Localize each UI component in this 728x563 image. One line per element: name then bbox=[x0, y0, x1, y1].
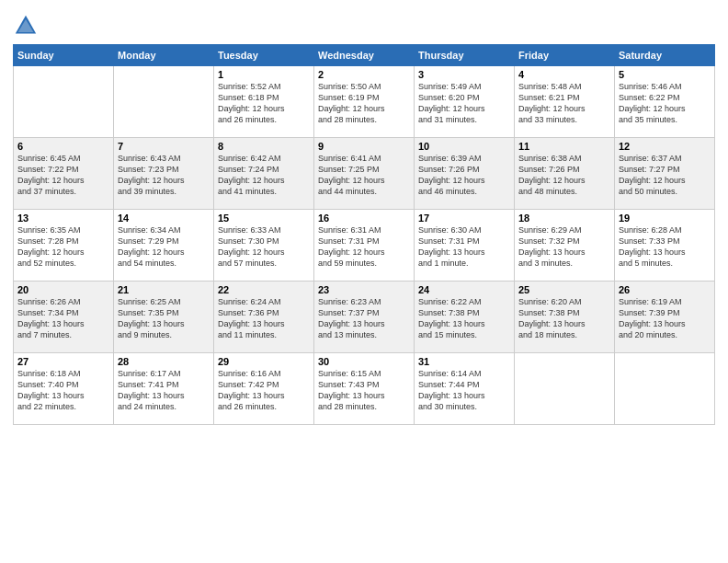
day-info: Sunrise: 5:52 AM Sunset: 6:18 PM Dayligh… bbox=[218, 81, 310, 126]
calendar-cell: 18Sunrise: 6:29 AM Sunset: 7:32 PM Dayli… bbox=[515, 210, 615, 282]
day-info: Sunrise: 6:30 AM Sunset: 7:31 PM Dayligh… bbox=[418, 224, 510, 270]
calendar-cell: 1Sunrise: 5:52 AM Sunset: 6:18 PM Daylig… bbox=[214, 66, 314, 138]
day-number: 31 bbox=[418, 356, 510, 367]
calendar-cell: 7Sunrise: 6:43 AM Sunset: 7:23 PM Daylig… bbox=[114, 138, 214, 210]
day-number: 28 bbox=[118, 356, 210, 367]
day-info: Sunrise: 6:39 AM Sunset: 7:26 PM Dayligh… bbox=[418, 153, 510, 198]
calendar-cell: 19Sunrise: 6:28 AM Sunset: 7:33 PM Dayli… bbox=[615, 210, 715, 282]
day-number: 1 bbox=[218, 69, 310, 80]
weekday-header-tuesday: Tuesday bbox=[214, 45, 314, 66]
day-info: Sunrise: 6:15 AM Sunset: 7:43 PM Dayligh… bbox=[318, 368, 410, 413]
day-number: 27 bbox=[17, 356, 109, 367]
weekday-header-sunday: Sunday bbox=[14, 45, 114, 66]
calendar-cell: 23Sunrise: 6:23 AM Sunset: 7:37 PM Dayli… bbox=[314, 282, 415, 353]
day-number: 7 bbox=[118, 141, 210, 152]
calendar-cell bbox=[114, 66, 214, 138]
day-info: Sunrise: 6:24 AM Sunset: 7:36 PM Dayligh… bbox=[218, 296, 310, 341]
calendar: SundayMondayTuesdayWednesdayThursdayFrid… bbox=[13, 44, 715, 425]
day-info: Sunrise: 6:45 AM Sunset: 7:22 PM Dayligh… bbox=[17, 153, 109, 198]
day-number: 26 bbox=[619, 284, 711, 295]
day-info: Sunrise: 6:17 AM Sunset: 7:41 PM Dayligh… bbox=[118, 368, 210, 413]
header bbox=[13, 9, 715, 39]
calendar-cell: 15Sunrise: 6:33 AM Sunset: 7:30 PM Dayli… bbox=[214, 210, 314, 282]
calendar-cell: 4Sunrise: 5:48 AM Sunset: 6:21 PM Daylig… bbox=[515, 66, 615, 138]
day-number: 17 bbox=[418, 213, 510, 224]
calendar-cell: 5Sunrise: 5:46 AM Sunset: 6:22 PM Daylig… bbox=[615, 66, 715, 138]
calendar-cell: 22Sunrise: 6:24 AM Sunset: 7:36 PM Dayli… bbox=[214, 282, 314, 353]
calendar-cell: 6Sunrise: 6:45 AM Sunset: 7:22 PM Daylig… bbox=[14, 138, 114, 210]
calendar-cell: 31Sunrise: 6:14 AM Sunset: 7:44 PM Dayli… bbox=[415, 353, 515, 425]
day-number: 6 bbox=[17, 141, 109, 152]
calendar-cell: 25Sunrise: 6:20 AM Sunset: 7:38 PM Dayli… bbox=[515, 282, 615, 353]
calendar-week-row: 13Sunrise: 6:35 AM Sunset: 7:28 PM Dayli… bbox=[14, 210, 715, 282]
weekday-header-saturday: Saturday bbox=[615, 45, 715, 66]
calendar-cell: 26Sunrise: 6:19 AM Sunset: 7:39 PM Dayli… bbox=[615, 282, 715, 353]
day-number: 20 bbox=[17, 284, 109, 295]
calendar-cell bbox=[615, 353, 715, 425]
day-info: Sunrise: 6:41 AM Sunset: 7:25 PM Dayligh… bbox=[318, 153, 410, 198]
calendar-cell: 2Sunrise: 5:50 AM Sunset: 6:19 PM Daylig… bbox=[314, 66, 415, 138]
day-info: Sunrise: 6:25 AM Sunset: 7:35 PM Dayligh… bbox=[118, 296, 210, 341]
day-info: Sunrise: 6:33 AM Sunset: 7:30 PM Dayligh… bbox=[218, 224, 310, 270]
day-info: Sunrise: 6:14 AM Sunset: 7:44 PM Dayligh… bbox=[418, 368, 510, 413]
day-info: Sunrise: 6:26 AM Sunset: 7:34 PM Dayligh… bbox=[17, 296, 109, 341]
calendar-cell: 8Sunrise: 6:42 AM Sunset: 7:24 PM Daylig… bbox=[214, 138, 314, 210]
day-number: 10 bbox=[418, 141, 510, 152]
day-info: Sunrise: 6:19 AM Sunset: 7:39 PM Dayligh… bbox=[619, 296, 711, 341]
calendar-week-row: 27Sunrise: 6:18 AM Sunset: 7:40 PM Dayli… bbox=[14, 353, 715, 425]
calendar-cell: 12Sunrise: 6:37 AM Sunset: 7:27 PM Dayli… bbox=[615, 138, 715, 210]
day-info: Sunrise: 6:42 AM Sunset: 7:24 PM Dayligh… bbox=[218, 153, 310, 198]
day-number: 29 bbox=[218, 356, 310, 367]
day-info: Sunrise: 6:43 AM Sunset: 7:23 PM Dayligh… bbox=[118, 153, 210, 198]
calendar-cell: 9Sunrise: 6:41 AM Sunset: 7:25 PM Daylig… bbox=[314, 138, 415, 210]
day-info: Sunrise: 6:35 AM Sunset: 7:28 PM Dayligh… bbox=[17, 224, 109, 270]
day-info: Sunrise: 6:31 AM Sunset: 7:31 PM Dayligh… bbox=[318, 224, 410, 270]
calendar-cell: 13Sunrise: 6:35 AM Sunset: 7:28 PM Dayli… bbox=[14, 210, 114, 282]
weekday-header-friday: Friday bbox=[515, 45, 615, 66]
logo-icon bbox=[13, 13, 39, 39]
day-number: 18 bbox=[518, 213, 610, 224]
day-info: Sunrise: 6:37 AM Sunset: 7:27 PM Dayligh… bbox=[619, 153, 711, 198]
day-number: 13 bbox=[17, 213, 109, 224]
day-number: 19 bbox=[619, 213, 711, 224]
calendar-header-row: SundayMondayTuesdayWednesdayThursdayFrid… bbox=[14, 45, 715, 66]
calendar-week-row: 6Sunrise: 6:45 AM Sunset: 7:22 PM Daylig… bbox=[14, 138, 715, 210]
calendar-cell: 28Sunrise: 6:17 AM Sunset: 7:41 PM Dayli… bbox=[114, 353, 214, 425]
page: SundayMondayTuesdayWednesdayThursdayFrid… bbox=[0, 0, 728, 563]
calendar-cell: 11Sunrise: 6:38 AM Sunset: 7:26 PM Dayli… bbox=[515, 138, 615, 210]
day-number: 16 bbox=[318, 213, 410, 224]
calendar-week-row: 20Sunrise: 6:26 AM Sunset: 7:34 PM Dayli… bbox=[14, 282, 715, 353]
calendar-cell: 17Sunrise: 6:30 AM Sunset: 7:31 PM Dayli… bbox=[415, 210, 515, 282]
day-info: Sunrise: 6:22 AM Sunset: 7:38 PM Dayligh… bbox=[418, 296, 510, 341]
weekday-header-wednesday: Wednesday bbox=[314, 45, 415, 66]
calendar-week-row: 1Sunrise: 5:52 AM Sunset: 6:18 PM Daylig… bbox=[14, 66, 715, 138]
day-number: 14 bbox=[118, 213, 210, 224]
day-info: Sunrise: 6:28 AM Sunset: 7:33 PM Dayligh… bbox=[619, 224, 711, 270]
day-info: Sunrise: 5:46 AM Sunset: 6:22 PM Dayligh… bbox=[619, 81, 711, 126]
weekday-header-monday: Monday bbox=[114, 45, 214, 66]
calendar-cell: 14Sunrise: 6:34 AM Sunset: 7:29 PM Dayli… bbox=[114, 210, 214, 282]
calendar-cell bbox=[14, 66, 114, 138]
calendar-cell: 16Sunrise: 6:31 AM Sunset: 7:31 PM Dayli… bbox=[314, 210, 415, 282]
day-number: 25 bbox=[518, 284, 610, 295]
day-info: Sunrise: 6:20 AM Sunset: 7:38 PM Dayligh… bbox=[518, 296, 610, 341]
day-info: Sunrise: 6:23 AM Sunset: 7:37 PM Dayligh… bbox=[318, 296, 410, 341]
day-info: Sunrise: 6:16 AM Sunset: 7:42 PM Dayligh… bbox=[218, 368, 310, 413]
logo bbox=[13, 13, 40, 39]
calendar-cell: 10Sunrise: 6:39 AM Sunset: 7:26 PM Dayli… bbox=[415, 138, 515, 210]
day-number: 4 bbox=[518, 69, 610, 80]
calendar-cell: 21Sunrise: 6:25 AM Sunset: 7:35 PM Dayli… bbox=[114, 282, 214, 353]
day-info: Sunrise: 5:48 AM Sunset: 6:21 PM Dayligh… bbox=[518, 81, 610, 126]
day-info: Sunrise: 5:50 AM Sunset: 6:19 PM Dayligh… bbox=[318, 81, 410, 126]
calendar-cell: 24Sunrise: 6:22 AM Sunset: 7:38 PM Dayli… bbox=[415, 282, 515, 353]
day-number: 24 bbox=[418, 284, 510, 295]
calendar-cell: 30Sunrise: 6:15 AM Sunset: 7:43 PM Dayli… bbox=[314, 353, 415, 425]
day-number: 11 bbox=[518, 141, 610, 152]
calendar-cell: 20Sunrise: 6:26 AM Sunset: 7:34 PM Dayli… bbox=[14, 282, 114, 353]
day-number: 2 bbox=[318, 69, 410, 80]
day-number: 23 bbox=[318, 284, 410, 295]
calendar-cell: 29Sunrise: 6:16 AM Sunset: 7:42 PM Dayli… bbox=[214, 353, 314, 425]
day-number: 30 bbox=[318, 356, 410, 367]
day-number: 9 bbox=[318, 141, 410, 152]
day-info: Sunrise: 6:29 AM Sunset: 7:32 PM Dayligh… bbox=[518, 224, 610, 270]
